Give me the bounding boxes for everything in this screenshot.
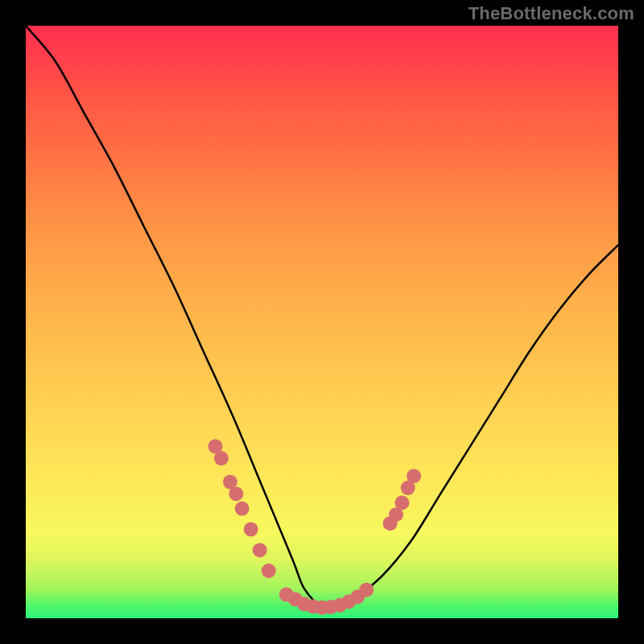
data-marker — [394, 496, 409, 510]
marker-layer — [26, 26, 618, 618]
chart-frame: TheBottleneck.com — [0, 0, 644, 644]
data-marker — [229, 486, 243, 501]
data-marker — [235, 502, 250, 516]
marker-group — [208, 440, 422, 615]
watermark-text: TheBottleneck.com — [469, 3, 634, 24]
data-marker — [359, 583, 374, 597]
data-marker — [253, 543, 267, 557]
data-marker — [407, 469, 421, 483]
data-marker — [262, 564, 276, 578]
data-marker — [244, 522, 258, 537]
data-marker — [214, 451, 229, 465]
plot-area — [26, 26, 618, 618]
